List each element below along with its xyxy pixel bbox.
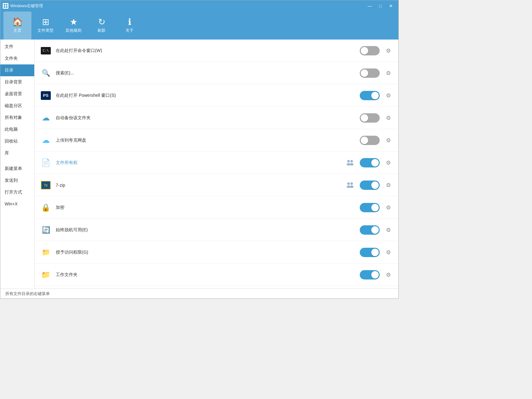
menu-name-5: 上传到夸克网盘 xyxy=(56,138,360,143)
cmd-icon: C:\ xyxy=(41,47,51,54)
gear-btn-11[interactable]: ⚙ xyxy=(383,270,393,280)
toggle-8[interactable] xyxy=(360,203,380,212)
gear-btn-2[interactable]: ⚙ xyxy=(383,68,393,78)
menu-row-2: 🔍 搜索(E)... ⚙ xyxy=(35,62,398,84)
svg-point-8 xyxy=(347,182,350,185)
users-icon-6 xyxy=(346,158,355,168)
sidebar-item-new-menu[interactable]: 新建菜单 xyxy=(0,163,34,175)
menu-icon-6: 📄 xyxy=(40,157,52,169)
toggle-slider-2[interactable] xyxy=(360,68,380,78)
toolbar-icon-about: ℹ xyxy=(128,18,131,26)
lock-icon: 🔒 xyxy=(41,203,50,212)
menu-row-4: ☁ 自动备份该文件夹 ⚙ xyxy=(35,107,398,129)
svg-point-6 xyxy=(350,160,353,162)
menu-row-7: 7z 7-zip ⚙ xyxy=(35,174,398,196)
sidebar-item-directory[interactable]: 目录 xyxy=(0,64,34,76)
toggle-1[interactable] xyxy=(360,46,380,55)
title-bar: Windows右键管理 — □ ✕ xyxy=(0,0,398,12)
content-area: 文件文件夹目录目录背景桌面背景磁盘分区所有对象此电脑回收站库新建菜单发送到打开方… xyxy=(0,40,398,289)
gear-btn-4[interactable]: ⚙ xyxy=(383,113,393,123)
toggle-7[interactable] xyxy=(360,181,380,190)
menu-icon-8: 🔒 xyxy=(40,201,52,214)
sidebar-item-library[interactable]: 库 xyxy=(0,147,34,159)
sidebar-item-partition[interactable]: 磁盘分区 xyxy=(0,100,34,112)
toggle-slider-5[interactable] xyxy=(360,136,380,145)
svg-point-11 xyxy=(350,185,354,188)
svg-point-10 xyxy=(350,182,353,185)
sidebar-item-winx[interactable]: Win+X xyxy=(0,198,34,209)
menu-row-12: ⏪ 还原以前的版本(V) ⚙ xyxy=(35,286,398,289)
toggle-slider-1[interactable] xyxy=(360,46,380,55)
toggle-6[interactable] xyxy=(360,158,380,167)
gear-btn-7[interactable]: ⚙ xyxy=(383,180,393,190)
sidebar: 文件文件夹目录目录背景桌面背景磁盘分区所有对象此电脑回收站库新建菜单发送到打开方… xyxy=(0,40,35,289)
toolbar-label-home: 主页 xyxy=(13,28,21,33)
menu-row-8: 🔒 加密 ⚙ xyxy=(35,196,398,219)
svg-rect-1 xyxy=(6,4,7,6)
sidebar-item-open-with[interactable]: 打开方式 xyxy=(0,186,34,198)
toolbar-btn-rules[interactable]: ★其他规则 xyxy=(59,12,88,40)
toggle-slider-6[interactable] xyxy=(360,158,380,167)
toggle-slider-3[interactable] xyxy=(360,91,380,100)
toggle-slider-7[interactable] xyxy=(360,181,380,190)
toggle-11[interactable] xyxy=(360,270,380,279)
toolbar-label-about: 关于 xyxy=(126,28,134,33)
toggle-slider-9[interactable] xyxy=(360,225,380,235)
menu-name-11: 工作文件夹 xyxy=(56,272,360,278)
toolbar-btn-refresh[interactable]: ↻刷新 xyxy=(88,12,116,40)
gear-btn-3[interactable]: ⚙ xyxy=(383,91,393,101)
toggle-3[interactable] xyxy=(360,91,380,100)
gear-btn-10[interactable]: ⚙ xyxy=(383,247,393,257)
toolbar-label-refresh: 刷新 xyxy=(97,28,106,33)
svg-point-7 xyxy=(350,163,354,166)
toggle-slider-4[interactable] xyxy=(360,113,380,123)
toolbar-btn-filetype[interactable]: ⊞文件类型 xyxy=(31,12,59,40)
sidebar-item-desktop-bg[interactable]: 桌面背景 xyxy=(0,88,34,100)
toggle-slider-8[interactable] xyxy=(360,203,380,212)
offline-icon: 🔄 xyxy=(42,226,50,234)
svg-rect-2 xyxy=(4,6,5,8)
menu-icon-3: PS xyxy=(40,89,52,102)
toolbar-btn-about[interactable]: ℹ关于 xyxy=(116,12,144,40)
gear-btn-8[interactable]: ⚙ xyxy=(383,203,393,213)
toolbar-icon-rules: ★ xyxy=(70,18,78,26)
toolbar-icon-home: 🏠 xyxy=(12,18,23,26)
menu-icon-2: 🔍 xyxy=(40,67,52,79)
sidebar-item-dir-bg[interactable]: 目录背景 xyxy=(0,76,34,88)
menu-name-8: 加密 xyxy=(56,205,360,210)
toolbar-label-filetype: 文件类型 xyxy=(37,28,54,33)
status-text: 所有文件目录的右键菜单 xyxy=(5,291,50,297)
toggle-10[interactable] xyxy=(360,248,380,257)
toggle-slider-10[interactable] xyxy=(360,248,380,257)
menu-list: C:\ 在此处打开命令窗口(W) ⚙ 🔍 搜索(E)... ⚙ PS 在此处打开… xyxy=(35,40,398,289)
sidebar-item-file[interactable]: 文件 xyxy=(0,41,34,53)
sidebar-item-this-pc[interactable]: 此电脑 xyxy=(0,124,34,135)
toggle-5[interactable] xyxy=(360,136,380,145)
sidebar-item-all-objects[interactable]: 所有对象 xyxy=(0,112,34,124)
toggle-2[interactable] xyxy=(360,68,380,78)
close-button[interactable]: ✕ xyxy=(386,2,396,10)
minimize-button[interactable]: — xyxy=(365,2,375,10)
toggle-slider-11[interactable] xyxy=(360,270,380,279)
window-title: Windows右键管理 xyxy=(10,3,43,9)
menu-name-10: 授予访问权限(G) xyxy=(56,250,360,255)
gear-btn-1[interactable]: ⚙ xyxy=(383,46,393,56)
gear-btn-9[interactable]: ⚙ xyxy=(383,225,393,235)
maximize-button[interactable]: □ xyxy=(375,2,385,10)
sidebar-item-folder[interactable]: 文件夹 xyxy=(0,53,34,64)
toggle-9[interactable] xyxy=(360,225,380,235)
menu-row-9: 🔄 始终脱机可用(E) ⚙ xyxy=(35,219,398,241)
menu-name-6: 文件所有权 xyxy=(56,160,346,166)
menu-row-10: 📁 授予访问权限(G) ⚙ xyxy=(35,241,398,264)
sidebar-item-send-to[interactable]: 发送到 xyxy=(0,175,34,186)
title-bar-left: Windows右键管理 xyxy=(3,3,43,9)
toolbar-icon-refresh: ↻ xyxy=(98,18,105,26)
gear-btn-6[interactable]: ⚙ xyxy=(383,158,393,168)
toggle-4[interactable] xyxy=(360,113,380,123)
gear-btn-5[interactable]: ⚙ xyxy=(383,135,393,145)
svg-point-4 xyxy=(347,160,350,162)
app-icon xyxy=(3,3,8,9)
toolbar-btn-home[interactable]: 🏠主页 xyxy=(3,12,31,40)
menu-name-1: 在此处打开命令窗口(W) xyxy=(56,48,360,54)
sidebar-item-recycle[interactable]: 回收站 xyxy=(0,135,34,147)
